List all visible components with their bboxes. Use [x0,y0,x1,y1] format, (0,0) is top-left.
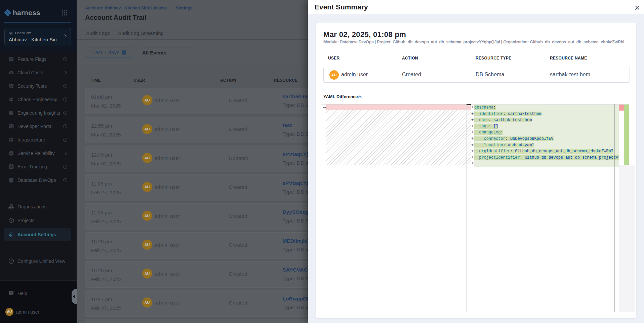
svg-text:?: ? [10,291,12,295]
svg-text:$: $ [10,71,12,74]
